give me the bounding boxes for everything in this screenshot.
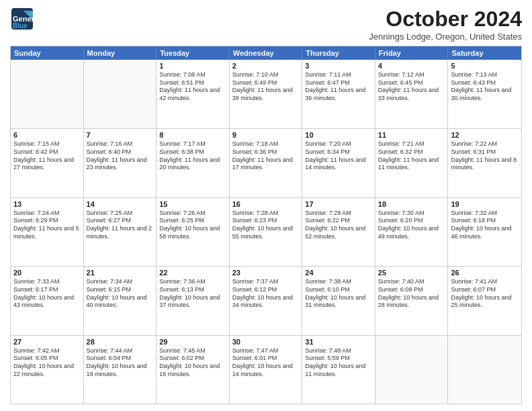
week-row-5: 27Sunrise: 7:42 AMSunset: 6:05 PMDayligh… bbox=[11, 335, 521, 404]
day-cell-14: 14Sunrise: 7:25 AMSunset: 6:27 PMDayligh… bbox=[84, 198, 157, 266]
week-row-2: 6Sunrise: 7:15 AMSunset: 6:42 PMDaylight… bbox=[11, 128, 521, 197]
sunset-text: Sunset: 6:45 PM bbox=[378, 79, 445, 87]
sunset-text: Sunset: 6:18 PM bbox=[451, 217, 519, 225]
daylight-text: Daylight: 10 hours and 55 minutes. bbox=[232, 225, 300, 240]
daylight-text: Daylight: 11 hours and 33 minutes. bbox=[378, 87, 445, 102]
sunset-text: Sunset: 6:42 PM bbox=[13, 148, 81, 156]
daylight-text: Daylight: 10 hours and 16 minutes. bbox=[159, 363, 226, 378]
daylight-text: Daylight: 11 hours and 2 minutes. bbox=[87, 225, 154, 240]
sunset-text: Sunset: 6:31 PM bbox=[451, 148, 519, 156]
day-cell-20: 20Sunrise: 7:33 AMSunset: 6:17 PMDayligh… bbox=[11, 267, 84, 334]
day-cell-16: 16Sunrise: 7:28 AMSunset: 6:23 PMDayligh… bbox=[230, 198, 303, 266]
day-number: 9 bbox=[232, 131, 300, 139]
day-cell-4: 4Sunrise: 7:12 AMSunset: 6:45 PMDaylight… bbox=[375, 60, 449, 128]
day-number: 17 bbox=[305, 200, 372, 208]
day-number: 13 bbox=[13, 200, 81, 208]
day-number: 8 bbox=[159, 131, 226, 139]
sunrise-text: Sunrise: 7:22 AM bbox=[451, 140, 519, 148]
daylight-text: Daylight: 10 hours and 11 minutes. bbox=[305, 363, 372, 378]
day-cell-10: 10Sunrise: 7:20 AMSunset: 6:34 PMDayligh… bbox=[302, 129, 375, 197]
day-number: 29 bbox=[159, 338, 226, 346]
day-cell-5: 5Sunrise: 7:13 AMSunset: 6:43 PMDaylight… bbox=[448, 60, 521, 128]
week-row-1: 1Sunrise: 7:08 AMSunset: 6:51 PMDaylight… bbox=[11, 60, 521, 128]
daylight-text: Daylight: 10 hours and 25 minutes. bbox=[451, 294, 519, 310]
day-cell-24: 24Sunrise: 7:38 AMSunset: 6:10 PMDayligh… bbox=[302, 267, 375, 334]
sunrise-text: Sunrise: 7:36 AM bbox=[159, 278, 226, 286]
sunset-text: Sunset: 6:32 PM bbox=[378, 148, 445, 156]
sunset-text: Sunset: 6:10 PM bbox=[305, 286, 372, 294]
sunrise-text: Sunrise: 7:15 AM bbox=[13, 140, 81, 148]
daylight-text: Daylight: 10 hours and 46 minutes. bbox=[451, 225, 519, 240]
day-number: 4 bbox=[378, 62, 445, 70]
day-cell-8: 8Sunrise: 7:17 AMSunset: 6:38 PMDaylight… bbox=[157, 129, 230, 197]
daylight-text: Daylight: 11 hours and 11 minutes. bbox=[378, 156, 445, 172]
daylight-text: Daylight: 10 hours and 43 minutes. bbox=[13, 294, 81, 310]
sunrise-text: Sunrise: 7:11 AM bbox=[305, 71, 372, 79]
sunrise-text: Sunrise: 7:40 AM bbox=[378, 278, 445, 286]
day-cell-7: 7Sunrise: 7:16 AMSunset: 6:40 PMDaylight… bbox=[84, 129, 157, 197]
sunrise-text: Sunrise: 7:34 AM bbox=[87, 278, 154, 286]
day-number: 12 bbox=[451, 131, 519, 139]
day-cell-13: 13Sunrise: 7:24 AMSunset: 6:29 PMDayligh… bbox=[11, 198, 84, 266]
sunset-text: Sunset: 6:29 PM bbox=[13, 217, 81, 225]
day-cell-3: 3Sunrise: 7:11 AMSunset: 6:47 PMDaylight… bbox=[302, 60, 375, 128]
day-number: 24 bbox=[305, 269, 372, 277]
day-number: 11 bbox=[378, 131, 445, 139]
sunset-text: Sunset: 6:01 PM bbox=[232, 355, 300, 363]
sunset-text: Sunset: 6:47 PM bbox=[305, 79, 372, 87]
sunset-text: Sunset: 6:23 PM bbox=[232, 217, 300, 225]
day-cell-9: 9Sunrise: 7:18 AMSunset: 6:36 PMDaylight… bbox=[230, 129, 303, 197]
page: General Blue October 2024 Jennings Lodge… bbox=[0, 0, 532, 411]
header-sunday: Sunday bbox=[11, 46, 84, 60]
week-row-3: 13Sunrise: 7:24 AMSunset: 6:29 PMDayligh… bbox=[11, 197, 521, 266]
day-number: 22 bbox=[159, 269, 226, 277]
day-number: 28 bbox=[87, 338, 154, 346]
calendar-header: Sunday Monday Tuesday Wednesday Thursday… bbox=[11, 46, 521, 60]
daylight-text: Daylight: 11 hours and 23 minutes. bbox=[87, 156, 154, 172]
sunrise-text: Sunrise: 7:30 AM bbox=[378, 210, 445, 218]
sunrise-text: Sunrise: 7:45 AM bbox=[159, 347, 226, 355]
day-number: 1 bbox=[159, 62, 226, 70]
sunrise-text: Sunrise: 7:08 AM bbox=[159, 71, 226, 79]
day-cell-26: 26Sunrise: 7:41 AMSunset: 6:07 PMDayligh… bbox=[448, 267, 521, 334]
day-cell-2: 2Sunrise: 7:10 AMSunset: 6:49 PMDaylight… bbox=[230, 60, 303, 128]
day-cell-29: 29Sunrise: 7:45 AMSunset: 6:02 PMDayligh… bbox=[157, 336, 230, 404]
daylight-text: Daylight: 10 hours and 37 minutes. bbox=[159, 294, 226, 310]
daylight-text: Daylight: 10 hours and 52 minutes. bbox=[305, 225, 372, 240]
day-cell-25: 25Sunrise: 7:40 AMSunset: 6:08 PMDayligh… bbox=[375, 267, 449, 334]
sunrise-text: Sunrise: 7:29 AM bbox=[305, 210, 372, 218]
location: Jennings Lodge, Oregon, United States bbox=[369, 32, 522, 42]
daylight-text: Daylight: 10 hours and 28 minutes. bbox=[378, 294, 445, 310]
svg-text:Blue: Blue bbox=[13, 22, 28, 30]
logo-icon: General Blue bbox=[10, 7, 34, 34]
sunset-text: Sunset: 6:43 PM bbox=[451, 79, 519, 87]
sunrise-text: Sunrise: 7:12 AM bbox=[378, 71, 445, 79]
sunset-text: Sunset: 6:22 PM bbox=[305, 217, 372, 225]
sunset-text: Sunset: 6:25 PM bbox=[159, 217, 226, 225]
sunset-text: Sunset: 6:27 PM bbox=[87, 217, 154, 225]
sunset-text: Sunset: 6:12 PM bbox=[232, 286, 300, 294]
daylight-text: Daylight: 11 hours and 39 minutes. bbox=[232, 87, 300, 102]
sunset-text: Sunset: 6:51 PM bbox=[159, 79, 226, 87]
empty-cell-4-5 bbox=[375, 336, 449, 404]
daylight-text: Daylight: 11 hours and 17 minutes. bbox=[232, 156, 300, 172]
day-number: 25 bbox=[378, 269, 445, 277]
daylight-text: Daylight: 10 hours and 19 minutes. bbox=[87, 363, 154, 378]
daylight-text: Daylight: 10 hours and 49 minutes. bbox=[378, 225, 445, 240]
sunrise-text: Sunrise: 7:17 AM bbox=[159, 140, 226, 148]
day-cell-11: 11Sunrise: 7:21 AMSunset: 6:32 PMDayligh… bbox=[375, 129, 449, 197]
daylight-text: Daylight: 11 hours and 20 minutes. bbox=[159, 156, 226, 172]
daylight-text: Daylight: 11 hours and 36 minutes. bbox=[305, 87, 372, 102]
day-number: 20 bbox=[13, 269, 81, 277]
header-tuesday: Tuesday bbox=[157, 46, 230, 60]
day-cell-23: 23Sunrise: 7:37 AMSunset: 6:12 PMDayligh… bbox=[230, 267, 303, 334]
day-number: 30 bbox=[232, 338, 300, 346]
day-number: 16 bbox=[232, 200, 300, 208]
day-cell-17: 17Sunrise: 7:29 AMSunset: 6:22 PMDayligh… bbox=[302, 198, 375, 266]
sunset-text: Sunset: 6:17 PM bbox=[13, 286, 81, 294]
week-row-4: 20Sunrise: 7:33 AMSunset: 6:17 PMDayligh… bbox=[11, 266, 521, 334]
empty-cell-0-1 bbox=[84, 60, 157, 128]
day-number: 26 bbox=[451, 269, 519, 277]
sunrise-text: Sunrise: 7:38 AM bbox=[305, 278, 372, 286]
header-saturday: Saturday bbox=[448, 46, 521, 60]
